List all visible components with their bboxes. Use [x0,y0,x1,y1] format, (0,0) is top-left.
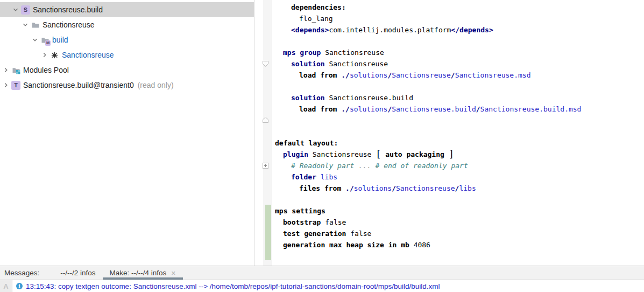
tree-row-sanctionsreuse-build[interactable]: SSanctionsreuse.build [0,2,254,17]
modules-pool-icon [11,66,20,75]
code-line[interactable]: <depends>com.intellij.modules.platform</… [275,24,644,36]
tree-row-sanctionsreuse[interactable]: Sanctionsreuse [0,47,254,62]
tree-label-suffix: (read only) [138,81,174,89]
change-bar [265,205,271,260]
tab-label: --/--/2 infos [60,269,95,277]
folder-icon [31,20,40,30]
code-line[interactable]: dependencies: [275,2,644,13]
tree-row-sanctionsreuse-build-transient0[interactable]: TSanctionsreuse.build@transient0(read on… [0,78,254,93]
code-line[interactable]: mps settings [275,205,644,217]
code-line[interactable]: default layout: [275,137,644,149]
tree-label: Sanctionsreuse [62,51,114,59]
code-line[interactable]: ​ [275,126,644,137]
tree-row-modules-pool[interactable]: Modules Pool [0,62,254,78]
code-line[interactable]: test generation false [275,228,644,239]
project-tree: SSanctionsreuse.buildSanctionsreuseMbuil… [0,0,254,266]
code-line[interactable]: plugin Sanctionsreuse [ auto packaging ] [275,149,644,160]
tree-row-sanctionsreuse[interactable]: Sanctionsreuse [0,17,254,32]
code-line[interactable]: folder libs [275,171,644,183]
code-line[interactable]: ​ [275,194,644,205]
code-line[interactable]: mps group Sanctionsreuse [275,47,644,58]
tree-row-build[interactable]: Mbuild [0,32,254,47]
status-message: 13:15:43: copy textgen outcome: Sanction… [26,282,440,290]
chevron-right-icon[interactable] [40,51,49,59]
tree-label: Sanctionsreuse.build [33,5,103,14]
mps-ide-window: SSanctionsreuse.buildSanctionsreuseMbuil… [0,0,644,292]
chevron-down-icon[interactable] [30,36,39,44]
bottom-tool-window-tabs: Messages: --/--/2 infosMake: --/--/4 inf… [0,266,644,280]
code-line[interactable]: solution Sanctionsreuse [275,58,644,69]
code-line[interactable]: load from ./solutions/Sanctionsreuse/San… [275,69,644,81]
code-line[interactable]: bootstrap false [275,217,644,228]
status-bar: A i 13:15:43: copy textgen outcome: Sanc… [0,280,644,292]
tab-make-4-infos[interactable]: Make: --/--/4 infos× [103,266,183,280]
code-line[interactable]: ​ [275,81,644,92]
tool-window-title: Messages: [0,266,39,280]
tree-label: build [52,36,68,44]
build-script-editor[interactable]: dependencies:flo_lang<depends>com.intell… [255,0,644,266]
close-icon[interactable]: × [171,269,175,277]
tab-2-infos[interactable]: --/--/2 infos [53,266,102,280]
tree-label: Sanctionsreuse.build@transient0 [23,81,134,89]
solution-icon: S [21,5,30,15]
chevron-down-icon[interactable] [11,5,20,14]
code-line[interactable]: flo_lang [275,13,644,24]
code-area[interactable]: dependencies:flo_lang<depends>com.intell… [275,2,644,251]
code-line[interactable]: files from ./solutions/Sanctionsreuse/li… [275,183,644,194]
build-script-icon [50,51,59,60]
code-line[interactable]: ​ [275,36,644,47]
fold-marker-icon[interactable] [262,162,269,169]
fold-marker-icon[interactable] [262,60,269,67]
code-line[interactable]: generation max heap size in mb 4086 [275,239,644,251]
status-corner-toggle[interactable]: A [0,280,12,292]
tree-label: Sanctionsreuse [43,20,95,29]
code-line[interactable]: # Readonly part ... # end of readonly pa… [275,160,644,171]
fold-marker-icon[interactable] [262,116,269,123]
tab-label: Make: --/--/4 infos [110,269,167,277]
transient-module-icon: T [11,81,20,90]
chevron-right-icon[interactable] [1,66,10,74]
models-folder-icon: M [40,36,49,45]
code-line[interactable]: ​ [275,115,644,126]
code-line[interactable]: load from ./solutions/Sanctionsreuse.bui… [275,103,644,115]
info-icon: i [16,283,23,289]
code-line[interactable]: solution Sanctionsreuse.build [275,92,644,103]
chevron-right-icon[interactable] [1,81,10,89]
chevron-down-icon[interactable] [20,20,30,29]
tree-label: Modules Pool [23,66,69,74]
